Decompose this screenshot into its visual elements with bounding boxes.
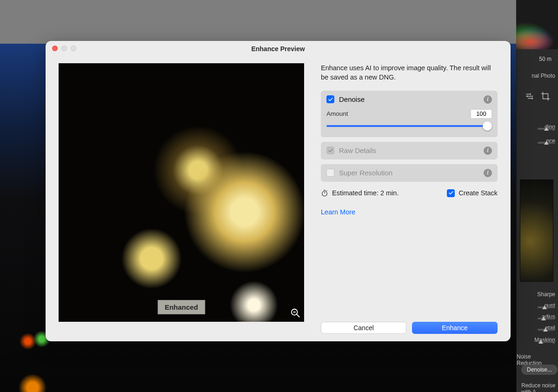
preview-image	[59, 63, 304, 322]
enhance-preview-area[interactable]: Enhanced	[59, 63, 304, 322]
minimize-window-button	[61, 46, 67, 51]
svg-line-2	[297, 314, 299, 317]
timer-icon	[321, 189, 328, 197]
denoise-label: Denoise	[339, 95, 365, 103]
raw-details-label: Raw Details	[339, 146, 376, 154]
estimated-time: Estimated time: 2 min.	[332, 189, 399, 197]
zoom-window-button	[71, 46, 76, 51]
super-resolution-label: Super Resolution	[339, 169, 392, 177]
detail-section-title: Sharpe	[537, 291, 555, 298]
denoise-button[interactable]: Denoise...	[521, 365, 558, 375]
mini-slider[interactable]	[538, 306, 555, 308]
detail-preview-thumb	[520, 179, 553, 282]
dialog-description: Enhance uses AI to improve image quality…	[321, 63, 498, 82]
info-icon[interactable]: i	[484, 95, 492, 104]
mini-slider[interactable]	[538, 128, 555, 130]
mini-slider[interactable]	[538, 318, 555, 319]
check-icon	[328, 148, 333, 153]
histogram	[516, 0, 558, 49]
super-resolution-panel: Super Resolution i	[321, 164, 498, 182]
super-resolution-checkbox	[326, 169, 334, 177]
amount-slider[interactable]	[326, 120, 492, 133]
amount-input[interactable]: 100	[471, 109, 492, 119]
cancel-button[interactable]: Cancel	[321, 322, 406, 334]
preview-mode-badge[interactable]: Enhanced	[158, 300, 205, 314]
raw-details-panel: Raw Details i	[321, 142, 498, 159]
dialog-titlebar: Enhance Preview	[46, 41, 511, 57]
create-stack-label: Create Stack	[458, 189, 498, 197]
sliders-icon[interactable]	[525, 91, 535, 101]
mini-slider[interactable]	[538, 142, 555, 144]
create-stack-checkbox[interactable]	[447, 189, 455, 197]
enhance-preview-dialog: Enhance Preview Enhanced Enhance uses AI…	[46, 41, 511, 341]
develop-panel-fragment: 50 m nal Photo ding nce Sharpe ount adiu…	[516, 0, 558, 392]
amount-label: Amount	[326, 110, 348, 117]
dialog-title: Enhance Preview	[251, 45, 305, 53]
histogram-meta: 50 m	[539, 56, 551, 62]
denoise-panel: Denoise i Amount 100	[321, 91, 498, 137]
info-icon[interactable]: i	[484, 146, 492, 155]
check-icon	[328, 97, 333, 102]
mini-slider[interactable]	[538, 341, 555, 343]
raw-details-checkbox	[326, 146, 334, 154]
panel-tab-label: nal Photo	[531, 73, 555, 79]
check-icon	[448, 190, 454, 196]
enhance-button[interactable]: Enhance	[412, 322, 498, 334]
close-window-button[interactable]	[52, 46, 58, 51]
zoom-out-icon[interactable]	[290, 308, 300, 318]
app-toolbar-fragment	[0, 0, 516, 44]
denoise-checkbox[interactable]	[326, 95, 334, 103]
slider-thumb[interactable]	[483, 121, 492, 131]
info-icon[interactable]: i	[484, 169, 492, 177]
svg-line-6	[326, 191, 327, 191]
window-controls	[52, 46, 76, 51]
crop-icon[interactable]	[540, 91, 551, 101]
mini-slider[interactable]	[538, 329, 555, 331]
noise-reduction-hint: Reduce noise with A	[521, 382, 558, 392]
learn-more-link[interactable]: Learn More	[321, 208, 498, 216]
